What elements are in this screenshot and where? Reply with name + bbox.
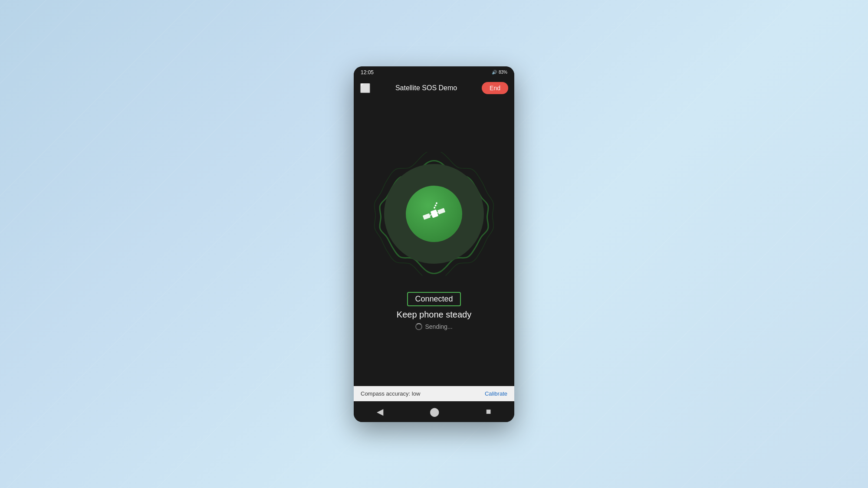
- svg-rect-0: [431, 210, 439, 218]
- recents-button[interactable]: ■: [486, 406, 491, 416]
- sending-row: Sending...: [415, 323, 452, 330]
- svg-line-3: [430, 215, 432, 215]
- inner-circle: [406, 186, 462, 242]
- app-title: Satellite SOS Demo: [395, 84, 457, 92]
- svg-point-7: [435, 202, 437, 204]
- satellite-container: [369, 144, 499, 283]
- compass-bar: Compass accuracy: low Calibrate: [354, 386, 514, 401]
- nav-bar: ◀ ⬤ ■: [354, 401, 514, 422]
- status-area: Connected Keep phone steady Sending...: [397, 292, 471, 330]
- status-icons: 🔊 83%: [492, 70, 507, 75]
- status-bar: 12:05 🔊 83%: [354, 66, 514, 79]
- battery-icon: 83%: [499, 70, 507, 75]
- calibrate-link[interactable]: Calibrate: [485, 390, 507, 397]
- end-button[interactable]: End: [482, 82, 508, 94]
- status-time: 12:05: [361, 69, 374, 75]
- phone-frame: 12:05 🔊 83% ⬜ Satellite SOS Demo End: [354, 66, 514, 422]
- home-button[interactable]: ⬤: [430, 406, 439, 417]
- wifi-icon: 🔊: [492, 70, 497, 75]
- connected-badge: Connected: [407, 292, 460, 306]
- svg-point-5: [434, 206, 436, 209]
- svg-rect-1: [423, 213, 431, 220]
- dark-ring: [384, 164, 484, 264]
- satellite-icon: [418, 197, 451, 231]
- top-bar: ⬜ Satellite SOS Demo End: [354, 79, 514, 98]
- svg-line-4: [437, 213, 438, 213]
- compass-accuracy-text: Compass accuracy: low: [361, 390, 420, 397]
- svg-point-6: [434, 204, 437, 206]
- keep-steady-label: Keep phone steady: [397, 310, 471, 320]
- menu-icon[interactable]: ⬜: [360, 83, 371, 93]
- svg-rect-2: [437, 208, 445, 214]
- main-content: Connected Keep phone steady Sending...: [354, 98, 514, 386]
- sending-label: Sending...: [425, 323, 452, 330]
- back-button[interactable]: ◀: [377, 406, 383, 417]
- spinner-icon: [415, 323, 422, 330]
